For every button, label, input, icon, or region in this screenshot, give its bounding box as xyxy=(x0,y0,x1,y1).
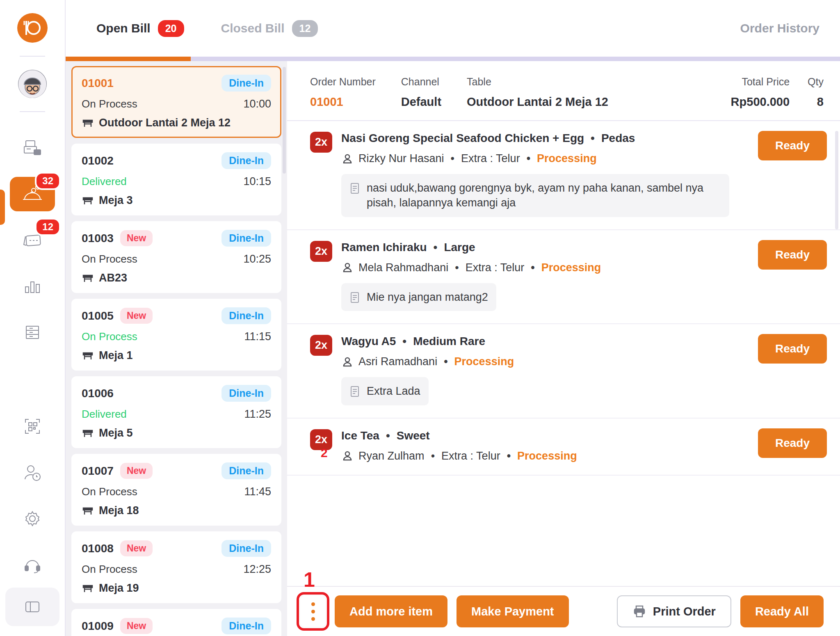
channel-badge: Dine-In xyxy=(221,540,271,557)
channel-badge: Dine-In xyxy=(221,462,271,479)
more-options-button[interactable] xyxy=(300,596,326,627)
item-name: Wagyu A5 xyxy=(341,335,396,348)
qty-label: Qty xyxy=(808,76,824,88)
order-item: 2x 2 Ice Tea Sweet xyxy=(287,419,840,476)
item-status: Processing xyxy=(520,152,597,165)
item-variant: Pedas xyxy=(584,132,635,145)
open-bill-count-badge: 20 xyxy=(158,20,184,37)
sidebar-item-receipts[interactable]: 12 xyxy=(10,223,55,257)
bill-status: Delivered xyxy=(82,408,127,421)
tab-closed-bill[interactable]: Closed Bill 12 xyxy=(221,20,318,37)
new-badge: New xyxy=(120,463,153,479)
sidebar-item-inventory[interactable] xyxy=(10,315,55,350)
ready-button[interactable]: Ready xyxy=(758,334,827,364)
print-order-button[interactable]: Print Order xyxy=(617,595,731,627)
make-payment-button[interactable]: Make Payment xyxy=(457,595,569,627)
channel-label: Channel xyxy=(401,76,441,88)
sidebar-item-cashier[interactable] xyxy=(10,131,55,165)
ellipsis-dot xyxy=(311,602,315,606)
sidebar-item-reports[interactable] xyxy=(10,269,55,304)
sidebar-item-shift[interactable] xyxy=(10,455,55,490)
user-avatar[interactable] xyxy=(18,70,47,98)
sidebar-item-qr-scan[interactable] xyxy=(10,409,55,444)
bill-status: On Process xyxy=(82,253,137,265)
tab-underline-track xyxy=(66,57,840,61)
table-icon xyxy=(82,427,94,439)
tab-open-bill[interactable]: Open Bill 20 xyxy=(96,20,184,37)
bill-status: Delivered xyxy=(82,175,127,188)
sidebar-item-support[interactable] xyxy=(10,547,55,582)
item-status: Processing xyxy=(524,261,601,274)
customer-icon xyxy=(341,153,354,165)
note-text: Extra Lada xyxy=(367,384,420,398)
archive-stack-icon xyxy=(22,322,43,343)
channel-badge: Dine-In xyxy=(221,307,271,324)
add-more-item-button[interactable]: Add more item xyxy=(335,595,447,627)
customer-icon xyxy=(341,356,354,368)
order-detail-panel: Order Number 01001 Channel Default Table… xyxy=(287,61,840,636)
open-bill-label: Open Bill xyxy=(96,21,151,35)
total-price-label: Total Price xyxy=(731,76,790,88)
ellipsis-dot xyxy=(311,610,315,613)
item-status: Processing xyxy=(437,355,514,368)
brand-logo[interactable] xyxy=(17,13,48,43)
bill-card[interactable]: 01006 Dine-In Delivered 11:25 xyxy=(71,376,281,448)
bill-list-scrollbar[interactable] xyxy=(283,67,286,174)
sidebar: 32 12 xyxy=(0,0,66,636)
channel-value: Default xyxy=(401,95,441,109)
new-badge: New xyxy=(120,540,153,556)
printer-icon xyxy=(632,604,646,618)
ready-all-button[interactable]: Ready All xyxy=(740,595,824,627)
bill-number: 01007 xyxy=(82,464,114,478)
bill-time: 10:15 xyxy=(243,175,271,188)
annotation-mark-2: 2 xyxy=(321,446,328,460)
bill-list: 01001 Dine-In On Process 10:00 xyxy=(66,61,287,636)
ready-button[interactable]: Ready xyxy=(758,240,827,270)
active-nav-indicator xyxy=(0,190,5,225)
sidebar-item-settings[interactable] xyxy=(10,501,55,536)
bill-card[interactable]: 01002 Dine-In Delivered 10:15 xyxy=(71,144,281,215)
bill-card[interactable]: 01008 New Dine-In On Process 12:25 xyxy=(71,531,281,603)
table-name: Meja 5 xyxy=(99,427,133,439)
item-variant: Large xyxy=(427,241,475,254)
order-history-link[interactable]: Order History xyxy=(740,21,819,35)
bill-card[interactable]: 01007 New Dine-In On Process 11:45 xyxy=(71,454,281,526)
sidebar-item-orders[interactable]: 32 xyxy=(10,177,55,211)
table-icon xyxy=(82,272,94,284)
action-bar: 1 Add more item Make Payment Print Order… xyxy=(287,586,840,636)
closed-bill-label: Closed Bill xyxy=(221,21,285,35)
bill-status: On Process xyxy=(82,563,137,576)
table-name: Meja 3 xyxy=(99,194,133,207)
quantity-badge: 2x xyxy=(310,241,332,262)
customer-icon xyxy=(341,261,354,274)
bill-time: 11:25 xyxy=(244,408,271,421)
item-name: Ramen Ichiraku xyxy=(341,241,427,254)
table-name: Meja 18 xyxy=(99,504,139,517)
plate-fork-icon xyxy=(23,18,42,37)
table-icon xyxy=(82,505,94,517)
bill-time: 10:25 xyxy=(243,253,271,265)
item-note: Extra Lada xyxy=(341,377,429,405)
orders-count-badge: 32 xyxy=(35,172,61,190)
bill-card[interactable]: 01001 Dine-In On Process 10:00 xyxy=(71,66,281,138)
bill-card[interactable]: 01009 New Dine-In On Process 12:25 xyxy=(71,609,281,636)
new-badge: New xyxy=(120,230,153,246)
item-status: Processing xyxy=(500,450,577,462)
table-icon xyxy=(82,350,94,362)
item-name: Nasi Goreng Special Seafood Chicken + Eg… xyxy=(341,132,584,145)
channel-badge: Dine-In xyxy=(221,618,271,634)
collapse-sidebar-button[interactable] xyxy=(5,588,59,626)
ready-button[interactable]: Ready xyxy=(758,428,827,458)
table-name: Outdoor Lantai 2 Meja 12 xyxy=(99,117,231,129)
table-icon xyxy=(82,194,94,207)
table-icon xyxy=(82,582,94,595)
bill-status: On Process xyxy=(82,330,137,343)
bill-card[interactable]: 01005 New Dine-In On Process 11:15 xyxy=(71,299,281,371)
bill-time: 11:15 xyxy=(244,330,271,343)
closed-bill-count-badge: 12 xyxy=(292,20,318,37)
ready-button[interactable]: Ready xyxy=(758,131,827,160)
top-tab-bar: Open Bill 20 Closed Bill 12 Order Histor… xyxy=(66,0,840,57)
order-number-label: Order Number xyxy=(310,76,376,88)
bill-time: 10:00 xyxy=(243,98,271,110)
bill-card[interactable]: 01003 New Dine-In On Process 10:25 xyxy=(71,221,281,293)
